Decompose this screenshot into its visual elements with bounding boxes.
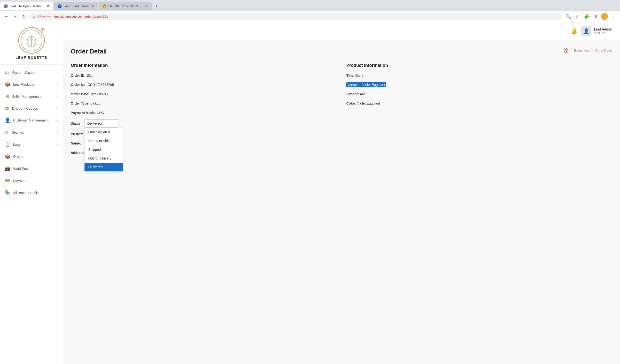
- refresh-button[interactable]: ↻: [20, 13, 27, 20]
- admin-avatar: 👤: [581, 26, 591, 36]
- seller-management-label: Seller Management: [12, 95, 41, 99]
- menu-icon[interactable]: ⋮: [609, 13, 617, 20]
- svg-line-5: [31, 40, 35, 42]
- address-bar[interactable]: Not secure https://leafrosette.com/order…: [29, 13, 562, 20]
- dropdown-option-order-initiated[interactable]: Order Initiated: [85, 128, 123, 136]
- tab-pma[interactable]: 🔥 185.199.52.196:8009 / localhos... ✕: [99, 2, 152, 10]
- color-row: Color: Violet Eggplant: [346, 101, 612, 106]
- customer-management-label: Customer Management: [13, 118, 48, 122]
- orders-label: Orders: [13, 155, 23, 159]
- extensions-icon[interactable]: 🧩: [583, 13, 590, 20]
- profile-circle[interactable]: [601, 13, 608, 20]
- download-icon[interactable]: ⬇: [592, 13, 600, 20]
- browser-toolbar: ← → ↻ Not secure https://leafrosette.com…: [0, 10, 620, 22]
- tab-close-pma[interactable]: ✕: [145, 4, 148, 8]
- status-dropdown-menu[interactable]: Order Initiated Ready to Ship Shipped Ou…: [84, 128, 123, 172]
- order-sections: Order Information Order ID: 151 Order No…: [71, 63, 612, 159]
- forward-button[interactable]: →: [12, 13, 18, 20]
- admin-role: Admin ▾: [594, 31, 612, 35]
- sidebar-item-customer-management[interactable]: 👤 Customer Management ›: [0, 114, 63, 126]
- dropdown-option-shipped[interactable]: Shipped: [85, 145, 123, 154]
- address-url[interactable]: https://leafrosette.com/order-details/15…: [53, 15, 108, 18]
- tab-bar: 🌿 Leaf LifeStyle - Dashboard ✕ T Leaf Bo…: [0, 0, 620, 10]
- svg-line-4: [31, 38, 35, 40]
- sidebar-item-all-booked-stalls[interactable]: 🏪 All Booked Stalls: [0, 187, 63, 199]
- all-booked-stalls-label: All Booked Stalls: [13, 191, 39, 195]
- page-title: Order Detail: [71, 48, 107, 55]
- leaf-products-arrow: ›: [57, 83, 58, 86]
- status-label: Status:: [71, 121, 81, 125]
- sidebar-item-settings[interactable]: ⚙ Settings ›: [0, 126, 63, 138]
- settings-arrow: ›: [57, 130, 58, 134]
- logs-arrow: ›: [57, 143, 58, 146]
- orders-icon: 📦: [5, 154, 10, 159]
- status-row: Status: Order Initiated Ready to Ship Sh…: [71, 119, 337, 128]
- sidebar-logo: 🛍 LEAF ROSETTE: [0, 22, 63, 65]
- tab-label-leaf: Leaf LifeStyle - Dashboard: [10, 4, 44, 8]
- order-info-title: Order Information: [71, 63, 337, 68]
- discount-coupon-icon: 🎟: [5, 106, 9, 111]
- seller-management-arrow: ›: [57, 95, 58, 99]
- order-id-row: Order ID: 151: [71, 73, 337, 78]
- settings-icon: ⚙: [5, 130, 9, 135]
- logo-name: LEAF ROSETTE: [16, 56, 47, 60]
- sidebar-item-leaf-products[interactable]: 📦 Leaf Products ›: [0, 78, 63, 91]
- cart-icon: 🛍: [40, 27, 45, 32]
- bookmark-icon[interactable]: ☆: [574, 13, 581, 20]
- breadcrumb-home-icon[interactable]: 🏠: [564, 48, 569, 53]
- tab-close-leaf[interactable]: ✕: [46, 4, 49, 8]
- tab-favicon-leaf: 🌿: [4, 4, 8, 8]
- tab-leaf-lifestyle[interactable]: 🌿 Leaf LifeStyle - Dashboard ✕: [0, 2, 53, 10]
- payments-label: Payments: [13, 179, 28, 183]
- toolbar-icons: 🔍 ☆ 🧩 ⬇ ⋮: [564, 13, 617, 20]
- seller-management-icon: 🖥: [5, 94, 9, 99]
- tab-label-pma: 185.199.52.196:8009 / localhos...: [108, 4, 143, 8]
- dropdown-option-out-for-delivery[interactable]: Out for delivery: [85, 154, 123, 163]
- new-tab-button[interactable]: +: [152, 2, 161, 10]
- variation-row: Variation: Violet Eggplant: [346, 82, 612, 87]
- svg-line-3: [28, 40, 31, 42]
- sidebar-item-system-masters[interactable]: 🗂 System Masters ›: [0, 67, 63, 78]
- system-masters-icon: 🗂: [5, 70, 9, 75]
- leaf-products-label: Leaf Products: [13, 83, 34, 86]
- order-date-row: Order Date: 2024-09-05: [71, 91, 337, 97]
- svg-line-2: [28, 38, 31, 40]
- sidebar-item-seller-management[interactable]: 🖥 Seller Management ›: [0, 91, 63, 102]
- dropdown-option-delivered[interactable]: Delivered: [85, 163, 123, 171]
- logs-icon: 📋: [5, 142, 10, 147]
- system-masters-arrow: ›: [57, 71, 58, 75]
- content-area: Order Detail 🏠 / Ecommerce / Order Detai…: [63, 40, 620, 167]
- breadcrumb: 🏠 / Ecommerce / Order Detail: [564, 48, 612, 53]
- sidebar-item-payments[interactable]: 💳 Payments: [0, 175, 63, 187]
- notification-icon[interactable]: 🔔: [571, 28, 577, 34]
- sidebar-item-discount-coupon[interactable]: 🎟 Discount Coupon ›: [0, 102, 63, 114]
- tab-trello[interactable]: T Leaf Board | Trello ✕: [54, 2, 98, 10]
- settings-label: Settings: [12, 130, 24, 134]
- page-header: Order Detail 🏠 / Ecommerce / Order Detai…: [71, 48, 612, 55]
- breadcrumb-ecommerce[interactable]: Ecommerce: [574, 49, 590, 52]
- admin-name: Leaf Admin: [594, 27, 612, 31]
- logo-leaf-svg: [25, 33, 38, 48]
- customer-management-icon: 👤: [5, 118, 10, 123]
- sidebar-item-orders[interactable]: 📦 Orders: [0, 151, 63, 163]
- product-info-title: Product Information: [346, 63, 612, 68]
- header-bar: 🔔 👤 Leaf Admin Admin ▾: [63, 22, 620, 40]
- search-icon[interactable]: 🔍: [564, 13, 572, 20]
- not-secure-indicator: Not secure: [32, 15, 51, 18]
- title-row: Title: Glory: [346, 73, 612, 78]
- customer-management-arrow: ›: [57, 118, 58, 122]
- tab-close-trello[interactable]: ✕: [91, 4, 94, 8]
- sidebar-item-logs[interactable]: 📋 Logs ›: [0, 138, 63, 151]
- product-information-section: Product Information Title: Glory Variati…: [346, 63, 612, 159]
- admin-info: 👤 Leaf Admin Admin ▾: [581, 26, 612, 36]
- sidebar-item-work-post[interactable]: 💼 Work Post: [0, 163, 63, 175]
- browser-chrome: 🌿 Leaf LifeStyle - Dashboard ✕ T Leaf Bo…: [0, 0, 620, 22]
- back-button[interactable]: ←: [3, 13, 10, 20]
- dropdown-option-ready-to-ship[interactable]: Ready to Ship: [85, 136, 123, 145]
- breadcrumb-sep1: /: [571, 49, 572, 52]
- order-type-row: Order Type: pickup: [71, 101, 337, 106]
- work-post-icon: 💼: [5, 166, 10, 171]
- variation-highlighted: Variation: Violet Eggplant: [346, 82, 386, 87]
- status-select[interactable]: Order Initiated Ready to Ship Shipped Ou…: [84, 119, 118, 128]
- breadcrumb-sep2: /: [592, 49, 593, 52]
